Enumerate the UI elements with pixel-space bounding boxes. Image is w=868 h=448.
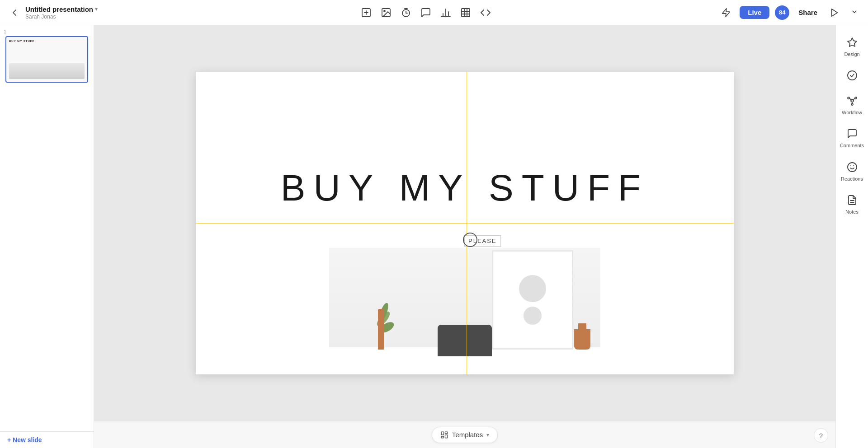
title-area: Untitled presentation ▾ Sarah Jonas xyxy=(25,5,98,20)
vase-body xyxy=(574,329,590,350)
toolbar-chart-button[interactable] xyxy=(438,5,454,21)
right-panel-design[interactable]: Design xyxy=(838,32,867,63)
presentation-author: Sarah Jonas xyxy=(25,14,98,20)
help-button[interactable]: ? xyxy=(814,428,828,443)
chair-back xyxy=(438,325,492,356)
templates-icon xyxy=(440,431,448,439)
svg-rect-20 xyxy=(445,435,447,438)
toolbar-table-button[interactable] xyxy=(458,5,474,21)
right-panel-workflow[interactable]: Workflow xyxy=(838,90,867,121)
right-panel-notes[interactable]: Notes xyxy=(838,189,867,220)
live-button[interactable]: Live xyxy=(740,6,769,19)
right-panel-reactions[interactable]: Reactions xyxy=(838,156,867,187)
share-button[interactable]: Share xyxy=(795,7,821,18)
reactions-label: Reactions xyxy=(841,176,863,182)
please-text-box[interactable]: PLEASE xyxy=(464,235,501,247)
more-button[interactable] xyxy=(848,5,861,21)
svg-rect-18 xyxy=(441,432,443,435)
svg-marker-17 xyxy=(832,9,838,16)
notes-icon xyxy=(847,195,858,207)
svg-point-4 xyxy=(384,10,385,12)
topbar-left: Untitled presentation ▾ Sarah Jonas xyxy=(7,5,134,20)
design-icon xyxy=(847,37,858,50)
title-row[interactable]: Untitled presentation ▾ xyxy=(25,5,98,13)
toolbar-timer-button[interactable] xyxy=(398,5,414,21)
horizontal-guideline xyxy=(196,223,734,224)
slide-thumbnail[interactable]: BUY MY STUFF xyxy=(5,36,88,83)
new-slide-button[interactable]: + New slide xyxy=(0,431,94,448)
svg-point-22 xyxy=(848,71,857,80)
design-label: Design xyxy=(844,51,859,57)
lightning-button[interactable] xyxy=(718,5,734,21)
thumb-title: BUY MY STUFF xyxy=(9,40,85,42)
svg-marker-16 xyxy=(722,8,730,16)
back-button[interactable] xyxy=(7,5,22,20)
topbar: Untitled presentation ▾ Sarah Jonas xyxy=(0,0,868,25)
svg-line-27 xyxy=(849,98,851,100)
toolbar-embed-button[interactable] xyxy=(477,5,494,21)
slide-desk-image xyxy=(329,248,600,374)
thumb-image xyxy=(9,63,85,79)
toolbar-image-button[interactable] xyxy=(378,5,394,21)
right-panel-review[interactable] xyxy=(838,65,867,88)
review-icon xyxy=(847,70,858,83)
templates-chevron-icon: ▾ xyxy=(486,432,489,438)
toolbar-insert-button[interactable] xyxy=(358,5,374,21)
slide-panel: 1 BUY MY STUFF + New slide xyxy=(0,25,94,448)
main-content: 1 BUY MY STUFF + New slide BUY MY STUFF … xyxy=(0,25,868,448)
presentation-title: Untitled presentation xyxy=(25,5,93,13)
bottom-bar: Templates ▾ ? xyxy=(94,421,835,448)
frame-circle-large xyxy=(519,275,546,302)
svg-point-30 xyxy=(848,163,857,172)
topbar-toolbar xyxy=(134,5,718,21)
slide-canvas: BUY MY STUFF PLEASE xyxy=(196,72,734,374)
desk-small-vase xyxy=(573,322,591,350)
templates-label: Templates xyxy=(452,431,483,439)
thumb-content: BUY MY STUFF xyxy=(6,37,87,82)
reactions-icon xyxy=(847,162,858,174)
frame-inner xyxy=(503,264,562,336)
workflow-icon xyxy=(847,95,858,108)
notes-label: Notes xyxy=(845,209,859,215)
vase-neck xyxy=(578,323,586,330)
svg-rect-21 xyxy=(441,436,443,438)
workflow-label: Workflow xyxy=(842,110,862,116)
avatar-badge[interactable]: 84 xyxy=(775,5,789,20)
canvas-area[interactable]: BUY MY STUFF PLEASE xyxy=(94,25,835,421)
svg-line-28 xyxy=(853,98,855,100)
desk-frame xyxy=(492,250,573,350)
desk-candle xyxy=(378,309,384,350)
desk-chair xyxy=(429,329,501,374)
slide-number: 1 xyxy=(0,25,94,36)
play-button[interactable] xyxy=(826,5,843,21)
topbar-right: Live 84 Share xyxy=(718,5,861,21)
frame-circle-small xyxy=(524,307,542,325)
svg-rect-11 xyxy=(462,9,470,17)
comments-icon xyxy=(847,128,858,141)
slide-main-title: BUY MY STUFF xyxy=(196,167,734,209)
templates-button[interactable]: Templates ▾ xyxy=(432,427,498,443)
svg-rect-19 xyxy=(445,432,447,434)
right-panel-comments[interactable]: Comments xyxy=(838,123,867,154)
title-chevron-icon: ▾ xyxy=(95,6,98,12)
right-panel: Design Workflow Comments React xyxy=(835,25,868,448)
comments-label: Comments xyxy=(840,143,864,149)
toolbar-comment-button[interactable] xyxy=(418,5,434,21)
